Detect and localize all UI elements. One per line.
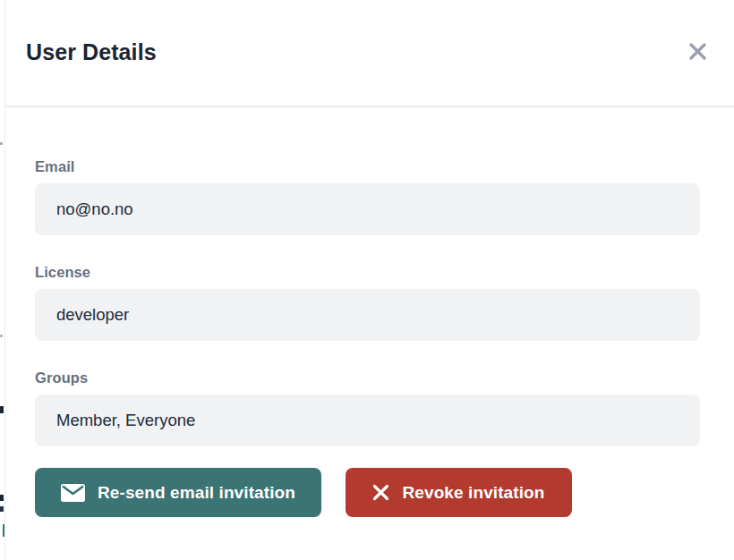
envelope-icon	[61, 484, 85, 502]
license-field[interactable]	[35, 289, 700, 341]
email-label: Email	[35, 158, 700, 175]
close-icon	[687, 40, 709, 63]
resend-button-label: Re-send email invitation	[98, 483, 295, 503]
resend-email-invitation-button[interactable]: Re-send email invitation	[35, 468, 321, 517]
button-row: Re-send email invitation Revoke invitati…	[35, 468, 700, 517]
background-page-fragment	[0, 142, 3, 145]
revoke-invitation-button[interactable]: Revoke invitation	[346, 468, 572, 517]
background-page-fragment	[0, 335, 3, 337]
x-icon	[372, 484, 389, 501]
background-page-fragment	[0, 495, 4, 501]
license-label: License	[35, 264, 700, 281]
revoke-button-label: Revoke invitation	[402, 483, 544, 503]
email-field[interactable]	[35, 183, 700, 235]
modal-body: Email License Groups Re-send email invit…	[5, 158, 734, 517]
modal-header: User Details	[5, 0, 734, 107]
modal-title: User Details	[26, 39, 157, 65]
background-page-fragment	[0, 506, 4, 512]
groups-label: Groups	[35, 369, 700, 386]
user-details-modal: User Details Email License Groups	[4, 0, 734, 560]
close-button[interactable]	[684, 38, 711, 64]
background-page-fragment	[0, 406, 4, 413]
groups-field[interactable]	[35, 395, 700, 446]
